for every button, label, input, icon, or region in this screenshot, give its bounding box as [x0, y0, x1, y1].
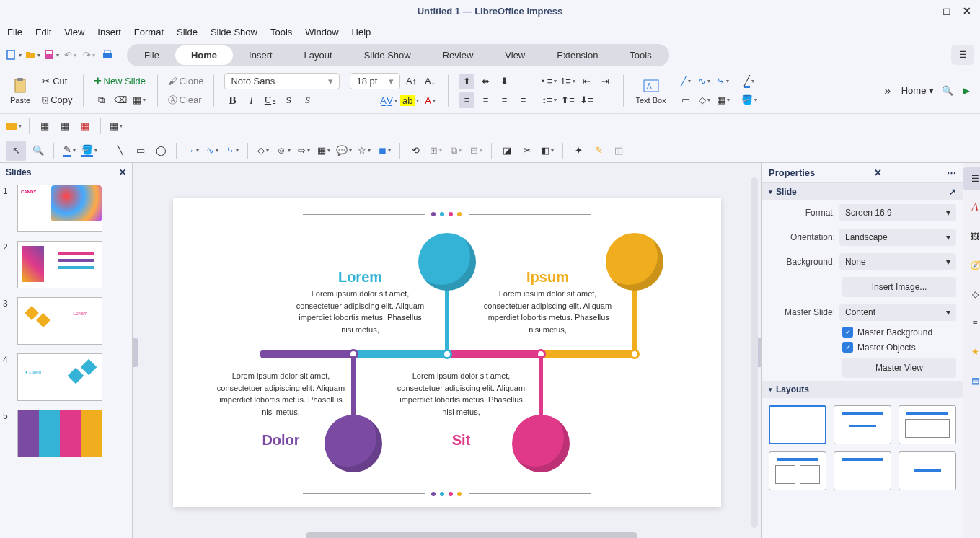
- print-icon[interactable]: [100, 47, 115, 63]
- line-tool-icon[interactable]: ╲: [112, 143, 128, 159]
- curve-tool-icon[interactable]: ∿: [204, 143, 220, 159]
- curve-draw-icon[interactable]: ∿: [697, 74, 712, 89]
- zoom-tool-icon[interactable]: 🔍: [30, 143, 46, 159]
- layout-centered[interactable]: [899, 451, 956, 490]
- layout-blank[interactable]: [769, 405, 826, 444]
- header-footer-icon[interactable]: ▦: [37, 118, 53, 134]
- redo-icon[interactable]: ↷: [81, 47, 97, 63]
- basic-shapes2-icon[interactable]: ◇: [255, 143, 271, 159]
- slides-panel-close-icon[interactable]: ✕: [119, 167, 126, 177]
- arrow-tool-icon[interactable]: →: [184, 143, 200, 159]
- master-bg-checkbox[interactable]: ✓: [842, 327, 853, 338]
- 3d-icon[interactable]: ◼: [376, 143, 392, 159]
- tab-slideshow[interactable]: Slide Show: [348, 45, 427, 65]
- menu-view[interactable]: View: [64, 27, 84, 38]
- indent-icon[interactable]: ⇥: [597, 74, 613, 89]
- overflow-icon[interactable]: »: [880, 83, 896, 99]
- date-icon[interactable]: ▦: [77, 118, 93, 134]
- menu-edit[interactable]: Edit: [35, 27, 51, 38]
- menu-slide[interactable]: Slide: [177, 27, 198, 38]
- menu-help[interactable]: Help: [352, 27, 371, 38]
- master-obj-checkbox[interactable]: ✓: [842, 342, 853, 353]
- font-name-input[interactable]: Noto Sans▾: [224, 73, 340, 89]
- dec-spacing-icon[interactable]: ⬇≡: [578, 92, 594, 108]
- minimize-button[interactable]: —: [918, 2, 935, 19]
- flowchart-icon[interactable]: ▦: [316, 143, 332, 159]
- valign-bot-icon[interactable]: ⬇: [496, 74, 512, 89]
- tab-review[interactable]: Review: [427, 45, 490, 65]
- show-draw-icon[interactable]: ▶: [958, 83, 974, 99]
- align-left-icon[interactable]: ≡: [459, 92, 474, 108]
- tab-home[interactable]: Home: [175, 45, 233, 65]
- slide-thumb-2[interactable]: [17, 241, 102, 288]
- new-doc-icon[interactable]: [6, 47, 22, 63]
- insert-image-button[interactable]: Insert Image...: [842, 277, 956, 297]
- sidebar-animation-icon[interactable]: ★: [963, 340, 980, 363]
- align-justify-icon[interactable]: ≡: [515, 92, 531, 108]
- properties-more-icon[interactable]: ⋯: [947, 167, 956, 178]
- menu-window[interactable]: Window: [305, 27, 338, 38]
- close-button[interactable]: ✕: [958, 2, 976, 19]
- slide-thumb-5[interactable]: [17, 410, 102, 457]
- slide-number-icon[interactable]: ▦: [57, 118, 73, 134]
- highlight-icon[interactable]: ab: [400, 92, 419, 108]
- new-slide-button[interactable]: ✚ New Slide: [94, 74, 146, 89]
- rect-tool-icon[interactable]: ▭: [133, 143, 149, 159]
- tab-extension[interactable]: Extension: [541, 45, 614, 65]
- ellipse-tool-icon[interactable]: ◯: [153, 143, 169, 159]
- valign-top-icon[interactable]: ⬆: [459, 74, 474, 89]
- arrange-icon[interactable]: ⧉: [448, 143, 464, 159]
- font-size-input[interactable]: 18 pt▾: [350, 73, 400, 89]
- align-right-icon[interactable]: ≡: [496, 92, 512, 108]
- orientation-select[interactable]: Landscape▾: [839, 229, 956, 246]
- del-slide-icon[interactable]: ⌫: [112, 92, 128, 108]
- shadow-obj-icon[interactable]: ◪: [499, 143, 515, 159]
- sidebar-properties-icon[interactable]: ☰: [963, 167, 980, 190]
- underline-button[interactable]: U: [262, 92, 278, 108]
- menu-tools[interactable]: Tools: [270, 27, 292, 38]
- align-center-icon[interactable]: ≡: [477, 92, 493, 108]
- undo-icon[interactable]: ↶: [62, 47, 78, 63]
- shadow-button[interactable]: S: [299, 92, 315, 108]
- copy-button[interactable]: ⎘ Copy: [42, 92, 72, 108]
- rect-icon[interactable]: ▭: [678, 92, 694, 108]
- slide-layout2-icon[interactable]: ▦: [108, 118, 124, 134]
- text-box-button[interactable]: A Text Box: [631, 76, 670, 106]
- crop-icon[interactable]: ✂: [519, 143, 535, 159]
- grow-font-icon[interactable]: A↑: [403, 74, 419, 89]
- maximize-button[interactable]: ◻: [938, 2, 955, 19]
- sidebar-shapes-icon[interactable]: ◇: [963, 283, 980, 306]
- sidebar-navigator-icon[interactable]: 🧭: [963, 254, 980, 277]
- layout-title[interactable]: [834, 405, 891, 444]
- sidebar-master-icon[interactable]: ▤: [963, 369, 980, 392]
- menu-insert[interactable]: Insert: [97, 27, 121, 38]
- slide-props-icon[interactable]: [6, 118, 22, 134]
- fill-color-icon[interactable]: 🪣: [741, 92, 757, 108]
- properties-close-icon[interactable]: ✕: [874, 167, 882, 178]
- vscrollbar[interactable]: [751, 177, 758, 528]
- menu-file[interactable]: File: [7, 27, 22, 38]
- layout-title-content[interactable]: [899, 405, 956, 444]
- line-draw-icon[interactable]: ╱: [678, 74, 694, 89]
- sidebar-transitions-icon[interactable]: ≡: [963, 312, 980, 335]
- dup-slide-icon[interactable]: ⧉: [94, 92, 110, 108]
- italic-button[interactable]: I: [243, 92, 259, 108]
- select-tool-icon[interactable]: ↖: [6, 141, 26, 161]
- tab-insert[interactable]: Insert: [233, 45, 288, 65]
- outdent-icon[interactable]: ⇤: [578, 74, 594, 89]
- tab-file[interactable]: File: [128, 45, 175, 65]
- distribute-icon[interactable]: ⊟: [468, 143, 484, 159]
- strike-button[interactable]: S: [281, 92, 296, 108]
- master-view-button[interactable]: Master View: [842, 358, 956, 378]
- tab-layout[interactable]: Layout: [288, 45, 348, 65]
- font-color-icon[interactable]: A: [422, 92, 438, 108]
- extrusion-icon[interactable]: ◫: [611, 143, 627, 159]
- home-dropdown[interactable]: Home ▾: [901, 85, 934, 96]
- panel-grip-left[interactable]: [133, 338, 138, 367]
- char-spacing-icon[interactable]: A̲V̲: [380, 92, 397, 108]
- cut-button[interactable]: ✂ Cut: [42, 74, 67, 89]
- menu-slideshow[interactable]: Slide Show: [211, 27, 257, 38]
- slide-thumb-3[interactable]: Lorem: [17, 297, 102, 345]
- connector-tool-icon[interactable]: ⤷: [224, 143, 240, 159]
- sidebar-styles-icon[interactable]: A: [963, 196, 980, 219]
